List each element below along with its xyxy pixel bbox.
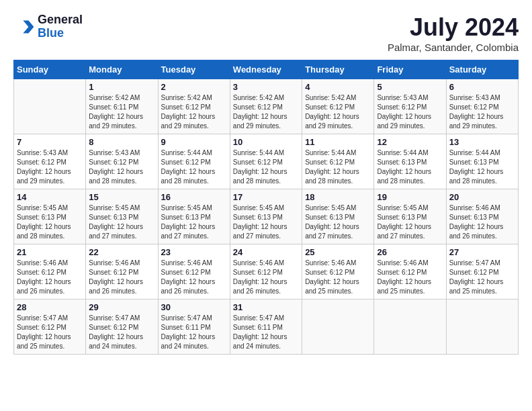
day-number: 30 bbox=[161, 302, 227, 312]
table-row: 12Sunrise: 5:44 AMSunset: 6:13 PMDayligh… bbox=[374, 134, 446, 189]
day-number: 26 bbox=[377, 247, 443, 257]
day-info: Sunrise: 5:42 AMSunset: 6:12 PMDaylight:… bbox=[161, 93, 227, 131]
day-info: Sunrise: 5:45 AMSunset: 6:13 PMDaylight:… bbox=[377, 203, 443, 241]
header-day-saturday: Saturday bbox=[446, 60, 518, 79]
table-row: 26Sunrise: 5:46 AMSunset: 6:12 PMDayligh… bbox=[374, 244, 446, 300]
header-day-monday: Monday bbox=[86, 60, 158, 79]
month-year: July 2024 bbox=[388, 13, 519, 42]
logo-icon bbox=[13, 16, 35, 38]
table-row: 20Sunrise: 5:46 AMSunset: 6:13 PMDayligh… bbox=[446, 189, 518, 244]
table-row: 7Sunrise: 5:43 AMSunset: 6:12 PMDaylight… bbox=[14, 134, 86, 189]
days-header-row: SundayMondayTuesdayWednesdayThursdayFrid… bbox=[14, 60, 519, 79]
day-info: Sunrise: 5:47 AMSunset: 6:12 PMDaylight:… bbox=[17, 314, 83, 351]
header-day-friday: Friday bbox=[374, 60, 446, 79]
day-info: Sunrise: 5:43 AMSunset: 6:12 PMDaylight:… bbox=[89, 148, 154, 186]
day-number: 12 bbox=[377, 137, 443, 147]
header-day-sunday: Sunday bbox=[14, 60, 86, 79]
table-row: 28Sunrise: 5:47 AMSunset: 6:12 PMDayligh… bbox=[14, 300, 86, 355]
table-row: 23Sunrise: 5:46 AMSunset: 6:12 PMDayligh… bbox=[158, 244, 230, 300]
day-number: 9 bbox=[161, 137, 227, 147]
day-info: Sunrise: 5:44 AMSunset: 6:12 PMDaylight:… bbox=[161, 148, 227, 186]
day-number: 1 bbox=[89, 82, 154, 92]
table-row: 5Sunrise: 5:43 AMSunset: 6:12 PMDaylight… bbox=[374, 79, 446, 134]
day-info: Sunrise: 5:43 AMSunset: 6:12 PMDaylight:… bbox=[17, 148, 83, 186]
day-number: 23 bbox=[161, 247, 227, 257]
day-number: 28 bbox=[17, 302, 83, 312]
calendar-table: SundayMondayTuesdayWednesdayThursdayFrid… bbox=[13, 60, 519, 355]
day-number: 11 bbox=[305, 137, 371, 147]
header-day-thursday: Thursday bbox=[302, 60, 374, 79]
table-row: 14Sunrise: 5:45 AMSunset: 6:13 PMDayligh… bbox=[14, 189, 86, 244]
table-row: 21Sunrise: 5:46 AMSunset: 6:12 PMDayligh… bbox=[14, 244, 86, 300]
table-row: 2Sunrise: 5:42 AMSunset: 6:12 PMDaylight… bbox=[158, 79, 230, 134]
day-info: Sunrise: 5:45 AMSunset: 6:13 PMDaylight:… bbox=[17, 203, 83, 241]
day-info: Sunrise: 5:47 AMSunset: 6:11 PMDaylight:… bbox=[161, 314, 227, 351]
day-number: 31 bbox=[233, 302, 299, 312]
day-info: Sunrise: 5:42 AMSunset: 6:12 PMDaylight:… bbox=[305, 93, 371, 131]
day-info: Sunrise: 5:46 AMSunset: 6:12 PMDaylight:… bbox=[89, 259, 154, 296]
logo-blue: Blue bbox=[38, 26, 64, 40]
location: Palmar, Santander, Colombia bbox=[388, 42, 519, 53]
logo: General Blue bbox=[13, 13, 83, 40]
day-info: Sunrise: 5:42 AMSunset: 6:11 PMDaylight:… bbox=[89, 93, 154, 131]
table-row: 25Sunrise: 5:46 AMSunset: 6:12 PMDayligh… bbox=[302, 244, 374, 300]
table-row: 29Sunrise: 5:47 AMSunset: 6:12 PMDayligh… bbox=[86, 300, 158, 355]
day-number: 18 bbox=[305, 192, 371, 202]
day-info: Sunrise: 5:42 AMSunset: 6:12 PMDaylight:… bbox=[233, 93, 299, 131]
table-row: 16Sunrise: 5:45 AMSunset: 6:13 PMDayligh… bbox=[158, 189, 230, 244]
day-info: Sunrise: 5:44 AMSunset: 6:12 PMDaylight:… bbox=[305, 148, 371, 186]
day-number: 7 bbox=[17, 137, 83, 147]
day-number: 16 bbox=[161, 192, 227, 202]
day-info: Sunrise: 5:45 AMSunset: 6:13 PMDaylight:… bbox=[233, 203, 299, 241]
day-info: Sunrise: 5:46 AMSunset: 6:12 PMDaylight:… bbox=[377, 259, 443, 296]
table-row: 30Sunrise: 5:47 AMSunset: 6:11 PMDayligh… bbox=[158, 300, 230, 355]
day-number: 19 bbox=[377, 192, 443, 202]
day-info: Sunrise: 5:45 AMSunset: 6:13 PMDaylight:… bbox=[305, 203, 371, 241]
table-row: 3Sunrise: 5:42 AMSunset: 6:12 PMDaylight… bbox=[230, 79, 302, 134]
day-info: Sunrise: 5:46 AMSunset: 6:12 PMDaylight:… bbox=[17, 259, 83, 296]
day-number: 20 bbox=[449, 192, 515, 202]
week-row-3: 14Sunrise: 5:45 AMSunset: 6:13 PMDayligh… bbox=[14, 189, 519, 244]
table-row: 24Sunrise: 5:46 AMSunset: 6:12 PMDayligh… bbox=[230, 244, 302, 300]
day-number: 24 bbox=[233, 247, 299, 257]
table-row: 18Sunrise: 5:45 AMSunset: 6:13 PMDayligh… bbox=[302, 189, 374, 244]
day-number: 29 bbox=[89, 302, 154, 312]
title-block: July 2024 Palmar, Santander, Colombia bbox=[388, 13, 519, 53]
logo-text: General Blue bbox=[38, 13, 83, 40]
svg-marker-0 bbox=[23, 20, 34, 33]
table-row: 19Sunrise: 5:45 AMSunset: 6:13 PMDayligh… bbox=[374, 189, 446, 244]
week-row-5: 28Sunrise: 5:47 AMSunset: 6:12 PMDayligh… bbox=[14, 300, 519, 355]
week-row-4: 21Sunrise: 5:46 AMSunset: 6:12 PMDayligh… bbox=[14, 244, 519, 300]
day-number: 5 bbox=[377, 82, 443, 92]
table-row bbox=[446, 300, 518, 355]
table-row: 9Sunrise: 5:44 AMSunset: 6:12 PMDaylight… bbox=[158, 134, 230, 189]
day-info: Sunrise: 5:47 AMSunset: 6:11 PMDaylight:… bbox=[233, 314, 299, 351]
day-number: 15 bbox=[89, 192, 154, 202]
day-number: 22 bbox=[89, 247, 154, 257]
day-info: Sunrise: 5:47 AMSunset: 6:12 PMDaylight:… bbox=[89, 314, 154, 351]
table-row: 22Sunrise: 5:46 AMSunset: 6:12 PMDayligh… bbox=[86, 244, 158, 300]
table-row: 31Sunrise: 5:47 AMSunset: 6:11 PMDayligh… bbox=[230, 300, 302, 355]
day-number: 3 bbox=[233, 82, 299, 92]
table-row: 13Sunrise: 5:44 AMSunset: 6:13 PMDayligh… bbox=[446, 134, 518, 189]
day-number: 25 bbox=[305, 247, 371, 257]
table-row: 15Sunrise: 5:45 AMSunset: 6:13 PMDayligh… bbox=[86, 189, 158, 244]
day-info: Sunrise: 5:46 AMSunset: 6:12 PMDaylight:… bbox=[161, 259, 227, 296]
table-row: 10Sunrise: 5:44 AMSunset: 6:12 PMDayligh… bbox=[230, 134, 302, 189]
table-row: 17Sunrise: 5:45 AMSunset: 6:13 PMDayligh… bbox=[230, 189, 302, 244]
day-number: 4 bbox=[305, 82, 371, 92]
day-number: 10 bbox=[233, 137, 299, 147]
logo-general: General bbox=[38, 13, 83, 26]
day-info: Sunrise: 5:44 AMSunset: 6:12 PMDaylight:… bbox=[233, 148, 299, 186]
table-row: 4Sunrise: 5:42 AMSunset: 6:12 PMDaylight… bbox=[302, 79, 374, 134]
day-info: Sunrise: 5:45 AMSunset: 6:13 PMDaylight:… bbox=[161, 203, 227, 241]
day-number: 27 bbox=[449, 247, 515, 257]
day-info: Sunrise: 5:44 AMSunset: 6:13 PMDaylight:… bbox=[449, 148, 515, 186]
day-number: 17 bbox=[233, 192, 299, 202]
table-row bbox=[14, 79, 86, 134]
week-row-1: 1Sunrise: 5:42 AMSunset: 6:11 PMDaylight… bbox=[14, 79, 519, 134]
table-row bbox=[374, 300, 446, 355]
day-number: 13 bbox=[449, 137, 515, 147]
day-number: 14 bbox=[17, 192, 83, 202]
day-info: Sunrise: 5:46 AMSunset: 6:12 PMDaylight:… bbox=[233, 259, 299, 296]
